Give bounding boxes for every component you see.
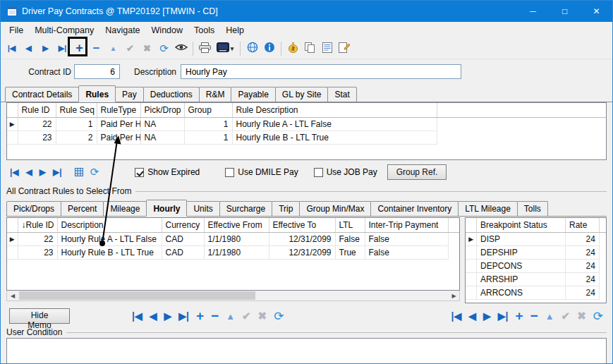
menu-navigate[interactable]: Navigate bbox=[99, 23, 145, 37]
grid-cell[interactable]: ARRCONS bbox=[476, 286, 565, 299]
grid-row[interactable]: 232Paid Per HouNA1Hourly Rule B - LTL Tr… bbox=[7, 131, 606, 144]
grid-cell[interactable]: 1 bbox=[56, 117, 97, 131]
toolbar-edit-button[interactable] bbox=[336, 40, 352, 57]
maximize-button[interactable]: □ bbox=[549, 1, 581, 22]
grid-cell[interactable]: DEPCONS bbox=[476, 259, 565, 272]
scroll-left-button[interactable]: ◀ bbox=[7, 291, 18, 301]
breakpoint-nav-prev-button[interactable]: ◀ bbox=[465, 309, 480, 323]
contract-id-input[interactable] bbox=[74, 64, 120, 79]
grid-cell[interactable]: DEPSHIP bbox=[476, 245, 565, 259]
breakpoint-nav-ok-button[interactable]: ✔ bbox=[558, 309, 574, 323]
grid-cell[interactable]: False bbox=[335, 232, 365, 245]
column-header-rule-id[interactable]: ↓Rule ID bbox=[18, 218, 57, 232]
menu-file[interactable]: File bbox=[4, 23, 29, 37]
column-header-rate[interactable]: Rate bbox=[565, 218, 599, 232]
grid-cell[interactable]: NA bbox=[140, 117, 184, 131]
hourly-nav-ok-button[interactable]: ✔ bbox=[238, 309, 255, 323]
column-header-inter-trip-payment[interactable]: Inter-Trip Payment bbox=[365, 218, 448, 232]
toolbar-delete-button[interactable]: − bbox=[88, 40, 104, 57]
grid-cell[interactable]: ARRSHIP bbox=[476, 272, 565, 286]
column-header-rule-seq[interactable]: Rule Seq bbox=[56, 103, 97, 117]
grid-cell[interactable]: NA bbox=[140, 131, 184, 144]
grid-cell[interactable]: Hourly Rule B - LTL True bbox=[232, 131, 437, 144]
subtab-trip[interactable]: Trip bbox=[272, 201, 300, 216]
hourly-nav-up-button[interactable]: ▲ bbox=[222, 309, 238, 323]
column-header-description[interactable]: Description bbox=[57, 218, 162, 232]
grid-cell[interactable]: 22 bbox=[18, 117, 56, 131]
grid-cell[interactable]: 23 bbox=[18, 245, 57, 259]
hide-memo-button[interactable]: Hide Memo bbox=[9, 308, 70, 324]
rules-nav-grid-view-button[interactable] bbox=[71, 165, 87, 179]
show-expired-checkbox[interactable]: Show Expired bbox=[135, 167, 200, 177]
breakpoint-nav-next-button[interactable]: ▶ bbox=[480, 309, 494, 323]
grid-cell[interactable]: 24 bbox=[565, 272, 599, 286]
grid-cell[interactable]: Hourly Rule B - LTL True bbox=[57, 245, 162, 259]
subtab-units[interactable]: Units bbox=[186, 201, 219, 216]
subtab-surcharge[interactable]: Surcharge bbox=[219, 201, 272, 216]
breakpoint-nav-last-button[interactable]: ▶| bbox=[494, 309, 512, 323]
hourly-nav-last-button[interactable]: ▶| bbox=[175, 309, 193, 323]
toolbar-copy-button[interactable] bbox=[302, 40, 318, 57]
grid-cell[interactable]: 23 bbox=[18, 131, 56, 144]
subtab-ltl-mileage[interactable]: LTL Mileage bbox=[458, 201, 518, 216]
tab-r-m[interactable]: R&M bbox=[199, 87, 232, 102]
rules-nav-last-button[interactable]: ▶| bbox=[49, 165, 66, 179]
toolbar-print-button[interactable] bbox=[197, 40, 213, 57]
grid-cell[interactable]: 12/31/2099 bbox=[269, 245, 335, 259]
grid-cell[interactable]: 2 bbox=[56, 131, 97, 144]
toolbar-terminal-button[interactable]: ▾ bbox=[214, 40, 236, 57]
hourly-nav-remove-button[interactable]: − bbox=[207, 309, 222, 323]
grid-row[interactable]: 23Hourly Rule B - LTL TrueCAD1/1/198012/… bbox=[7, 245, 459, 259]
toolbar-add-button[interactable]: + bbox=[71, 40, 87, 57]
column-header-effective-from[interactable]: Effective From bbox=[204, 218, 269, 232]
grid-cell[interactable]: CAD bbox=[162, 232, 204, 245]
use-job-pay-checkbox[interactable]: Use JOB Pay bbox=[314, 167, 377, 177]
minimize-button[interactable]: ─ bbox=[517, 1, 549, 22]
grid-row[interactable]: DEPCONS24 bbox=[466, 259, 606, 272]
rules-nav-prev-button[interactable]: ◀ bbox=[23, 165, 36, 179]
grid-cell[interactable]: CAD bbox=[162, 245, 204, 259]
use-dmile-pay-checkbox[interactable]: Use DMILE Pay bbox=[225, 167, 298, 177]
grid-cell[interactable]: DISP bbox=[476, 232, 565, 245]
column-header-rule-description[interactable]: Rule Description bbox=[232, 103, 437, 117]
hourly-nav-prev-button[interactable]: ◀ bbox=[146, 309, 161, 323]
hourly-nav-next-button[interactable]: ▶ bbox=[160, 309, 175, 323]
grid-cell[interactable]: 1/1/1980 bbox=[204, 232, 269, 245]
subtab-mileage[interactable]: Mileage bbox=[103, 201, 147, 216]
toolbar-last-button[interactable]: ▶| bbox=[54, 40, 71, 57]
subtab-hourly[interactable]: Hourly bbox=[146, 200, 187, 217]
column-header-currency[interactable]: Currency bbox=[162, 218, 204, 232]
subtab-group-min-max[interactable]: Group Min/Max bbox=[299, 201, 371, 216]
grid-cell[interactable]: Paid Per Hou bbox=[97, 117, 140, 131]
hourly-nav-first-button[interactable]: |◀ bbox=[128, 309, 146, 323]
close-button[interactable]: ✕ bbox=[581, 1, 612, 22]
scrollbar-track[interactable] bbox=[18, 291, 448, 301]
grid-cell[interactable]: 12/31/2099 bbox=[269, 232, 335, 245]
breakpoint-nav-refresh-button[interactable]: ⟳ bbox=[590, 309, 607, 323]
toolbar-refresh-button[interactable]: ⟳ bbox=[156, 40, 172, 57]
menu-tools[interactable]: Tools bbox=[188, 23, 220, 37]
grid-cell[interactable]: 1 bbox=[184, 117, 232, 131]
toolbar-first-button[interactable]: |◀ bbox=[4, 40, 20, 57]
grid-cell[interactable]: True bbox=[335, 245, 365, 259]
grid-cell[interactable]: 24 bbox=[565, 232, 599, 245]
grid-cell[interactable]: 24 bbox=[565, 245, 599, 259]
tab-contract-details[interactable]: Contract Details bbox=[5, 87, 79, 102]
rules-nav-refresh-button[interactable]: ⟳ bbox=[87, 165, 103, 179]
breakpoint-nav-add-button[interactable]: + bbox=[512, 309, 527, 323]
scrollbar-thumb[interactable] bbox=[19, 291, 255, 300]
grid-row[interactable]: ARRCONS24 bbox=[466, 286, 606, 299]
subtab-container-inventory[interactable]: Container Inventory bbox=[370, 201, 459, 216]
toolbar-form-button[interactable] bbox=[319, 40, 335, 57]
horizontal-scrollbar[interactable]: ◀ ▶ bbox=[6, 291, 460, 301]
grid-cell[interactable]: Paid Per Hou bbox=[97, 131, 140, 144]
grid-cell[interactable]: 24 bbox=[565, 259, 599, 272]
hourly-nav-refresh-button[interactable]: ⟳ bbox=[270, 309, 287, 323]
toolbar-next-button[interactable]: ▶ bbox=[37, 40, 54, 57]
toolbar-prev-button[interactable]: ◀ bbox=[20, 40, 37, 57]
hourly-nav-add-button[interactable]: + bbox=[193, 309, 207, 323]
grid-cell[interactable]: False bbox=[365, 245, 448, 259]
breakpoint-nav-first-button[interactable]: |◀ bbox=[448, 309, 466, 323]
tab-pay[interactable]: Pay bbox=[115, 87, 144, 102]
menu-window[interactable]: Window bbox=[146, 23, 188, 37]
